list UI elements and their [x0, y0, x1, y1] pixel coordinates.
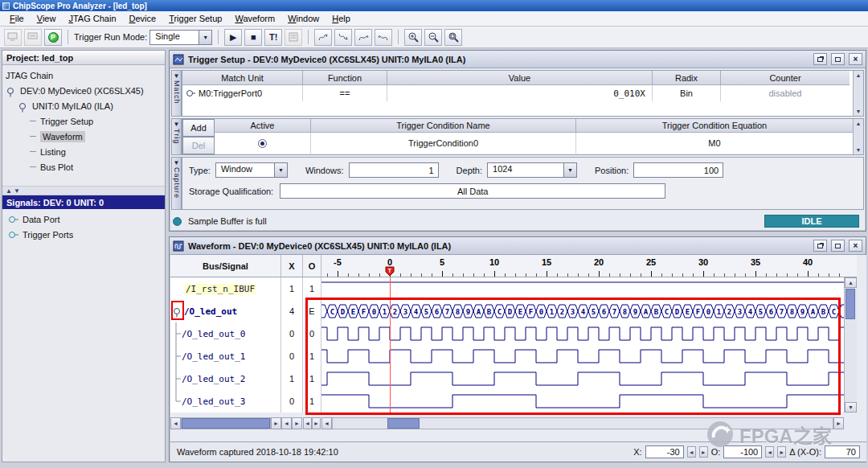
jtag-setup-icon[interactable] — [4, 29, 22, 46]
scroll-left-icon[interactable]: ◄ — [321, 417, 332, 429]
depth-select[interactable]: 1024▼ — [487, 162, 577, 178]
collapse-icon[interactable]: ▼ — [174, 159, 180, 166]
scroll-down-icon[interactable]: ▼ — [856, 109, 862, 114]
trigger-immediate-button[interactable]: T! — [264, 29, 282, 46]
maximize-window-icon[interactable] — [831, 240, 845, 252]
match-function-value[interactable]: == — [303, 85, 387, 101]
collapse-icon[interactable]: ▼ — [174, 72, 180, 80]
menu-jtag-chain[interactable]: JTAG Chain — [62, 12, 122, 25]
time-ruler[interactable]: T -50510152025303540 — [321, 255, 844, 277]
tree-handle-icon[interactable] — [18, 100, 30, 113]
tree-item-dev-0-mydevice0-xc6slx45-[interactable]: DEV:0 MyDevice0 (XC6SLX45) — [2, 83, 165, 98]
menu-file[interactable]: File — [3, 12, 31, 25]
match-row[interactable]: M0:TriggerPort0 == 0_010X Bin disabled — [182, 85, 863, 101]
match-scrollbar[interactable]: ▲▼ — [853, 71, 863, 116]
restore-window-icon[interactable] — [813, 240, 827, 252]
menu-window[interactable]: Window — [281, 12, 326, 25]
trig-tab[interactable]: ▼Trig — [171, 118, 182, 155]
scroll-left-icon[interactable]: ◄ — [303, 417, 312, 429]
waveform-title-bar[interactable]: Waveform - DEV:0 MyDevice0 (XC6SLX45) UN… — [170, 237, 866, 255]
tree-item-trigger-setup[interactable]: Trigger Setup — [2, 113, 165, 129]
scroll-up-icon[interactable]: ▲ — [856, 121, 862, 126]
splitter-down-icon[interactable]: ▼ — [14, 187, 20, 195]
x-column-scroll-buttons[interactable]: ◄ ► — [281, 417, 303, 429]
run-mode-select[interactable]: Single ▼ — [149, 30, 212, 45]
trigger-condition-row[interactable]: TriggerCondition0 M0 — [215, 133, 853, 154]
signals-item-trigger-ports[interactable]: Trigger Ports — [2, 227, 165, 242]
menu-trigger-setup[interactable]: Trigger Setup — [162, 12, 228, 25]
apply-settings-icon[interactable] — [354, 29, 372, 46]
windows-field[interactable]: 1 — [349, 162, 439, 178]
storage-qualification-field[interactable]: All Data — [280, 183, 665, 199]
restore-window-icon[interactable] — [813, 53, 827, 65]
signal-name-cell[interactable]: /O_led_out_2 — [170, 367, 281, 390]
trig-scrollbar[interactable]: ▲▼ — [853, 119, 863, 154]
collapse-icon[interactable]: ▼ — [174, 121, 180, 128]
scroll-left-icon[interactable]: ◄ — [170, 417, 181, 429]
condition-name-value[interactable]: TriggerCondition0 — [311, 133, 576, 154]
scroll-down-icon[interactable]: ▼ — [856, 147, 862, 153]
capture-tab[interactable]: ▼Capture — [171, 157, 182, 210]
position-field[interactable]: 100 — [633, 162, 723, 178]
menu-view[interactable]: View — [31, 12, 63, 25]
scroll-left-icon[interactable]: ◄ — [281, 417, 292, 429]
delete-condition-button[interactable]: Del — [182, 137, 215, 154]
signal-name-cell[interactable]: /I_rst_n_IBUF — [170, 277, 281, 300]
name-column-scrollbar[interactable]: ◄ ► — [170, 417, 281, 429]
tree-handle-icon[interactable] — [6, 84, 18, 97]
tree-item-bus-plot[interactable]: Bus Plot — [2, 159, 165, 174]
signal-name-cell[interactable]: /O_led_out_0 — [170, 322, 281, 345]
scroll-down-icon[interactable]: ▼ — [845, 402, 857, 413]
active-radio[interactable] — [258, 139, 267, 148]
tree-handle-icon[interactable] — [7, 213, 19, 226]
panel-splitter[interactable]: ▲ ▼ — [2, 186, 165, 195]
trigger-setup-title-bar[interactable]: Trigger Setup - DEV:0 MyDevice0 (XC6SLX4… — [170, 51, 866, 68]
close-window-icon[interactable]: × — [849, 53, 862, 65]
x-cursor-left-icon[interactable]: ◄ — [687, 446, 696, 458]
analyzer-window-icon[interactable] — [24, 29, 42, 46]
condition-equation-value[interactable]: M0 — [576, 133, 853, 154]
x-cursor-field[interactable]: -30 — [645, 445, 684, 458]
export-icon[interactable] — [285, 29, 302, 46]
add-condition-button[interactable]: Add — [182, 119, 215, 137]
zoom-area-icon[interactable] — [444, 29, 462, 46]
trigger-marker-icon[interactable]: T — [385, 266, 395, 277]
wave-cell[interactable] — [321, 277, 844, 300]
chevron-down-icon[interactable]: ▼ — [199, 31, 211, 44]
arm-trigger-icon[interactable] — [314, 29, 332, 46]
scroll-up-icon[interactable]: ▲ — [856, 72, 862, 78]
device-status-icon[interactable]: P — [44, 29, 62, 46]
zoom-out-icon[interactable] — [424, 29, 442, 46]
vertical-scrollbar[interactable]: ▲ ▼ — [844, 277, 857, 413]
o-column-scroll-buttons[interactable]: ◄ ► — [303, 417, 321, 429]
maximize-window-icon[interactable] — [831, 53, 845, 65]
waveform-trace[interactable] — [321, 277, 844, 300]
menu-help[interactable]: Help — [326, 12, 357, 25]
close-window-icon[interactable]: × — [849, 240, 862, 252]
signal-name-cell[interactable]: /O_led_out_3 — [170, 390, 281, 413]
tree-item-jtag-chain[interactable]: JTAG Chain — [2, 68, 165, 83]
signal-name-cell[interactable]: /O_led_out_1 — [170, 345, 281, 367]
scroll-up-icon[interactable]: ▲ — [845, 277, 857, 288]
tree-item-waveform[interactable]: Waveform — [2, 129, 165, 144]
expand-toggle-icon[interactable] — [185, 87, 196, 100]
tree-item-listing[interactable]: Listing — [2, 144, 165, 159]
match-radix-value[interactable]: Bin — [653, 85, 721, 101]
scroll-right-icon[interactable]: ► — [292, 417, 302, 429]
match-value-field[interactable]: 0_010X — [387, 85, 653, 101]
tree-handle-icon[interactable] — [7, 228, 19, 241]
signal-name-cell[interactable]: /O_led_out — [170, 300, 281, 322]
stop-acquisition-button[interactable]: ■ — [244, 29, 262, 46]
match-tab[interactable]: ▼Match — [171, 70, 182, 117]
disarm-trigger-icon[interactable] — [334, 29, 352, 46]
menu-waveform[interactable]: Waveform — [228, 12, 281, 25]
type-select[interactable]: Window▼ — [215, 162, 288, 178]
revert-settings-icon[interactable] — [375, 29, 392, 46]
splitter-up-icon[interactable]: ▲ — [6, 187, 12, 195]
menu-device[interactable]: Device — [123, 12, 163, 25]
scroll-right-icon[interactable]: ► — [271, 417, 281, 429]
tree-item-unit-0-myila0-ila-[interactable]: UNIT:0 MyILA0 (ILA) — [2, 98, 165, 113]
signals-item-data-port[interactable]: Data Port — [2, 211, 165, 227]
chevron-down-icon[interactable]: ▼ — [274, 163, 287, 177]
run-trigger-button[interactable]: ▶ — [224, 29, 242, 46]
